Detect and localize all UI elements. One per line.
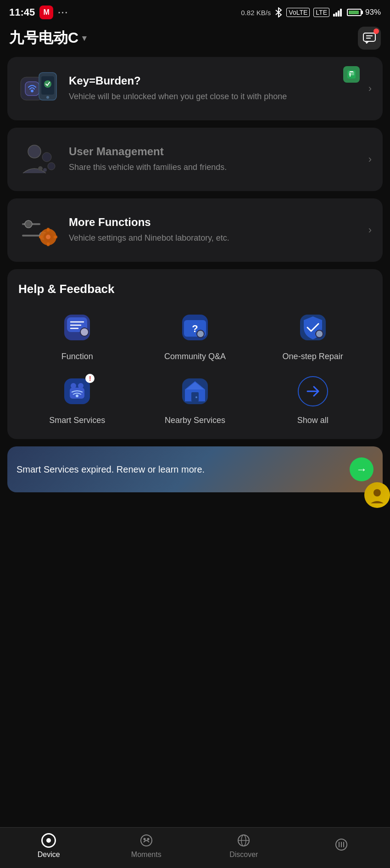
nav-discover[interactable]: Discover — [225, 833, 262, 859]
app-logo: M — [39, 6, 53, 19]
function-label: Function — [61, 351, 93, 362]
svg-point-22 — [38, 166, 43, 171]
svg-point-11 — [31, 90, 33, 92]
svg-rect-3 — [335, 12, 337, 17]
main-content: Key=Burden? Vehicle will be unlocked whe… — [0, 57, 390, 547]
header-title-container[interactable]: 九号电动C ▾ — [9, 28, 86, 48]
help-grid: Function ? Community Q&A — [18, 309, 372, 426]
svg-point-21 — [48, 163, 55, 170]
svg-point-54 — [76, 395, 78, 397]
moments-nav-label: Moments — [131, 851, 162, 859]
svg-rect-2 — [333, 14, 335, 17]
svg-point-30 — [46, 235, 50, 239]
discover-nav-icon — [236, 833, 251, 848]
key-burden-desc: Vehicle will be unlocked when you get cl… — [69, 91, 359, 102]
more-functions-text: More Functions Vehicle settings and Nine… — [69, 216, 359, 244]
more-functions-icon — [18, 209, 60, 251]
device-nav-label: Device — [38, 851, 60, 859]
show-all-label: Show all — [297, 415, 329, 426]
help-feedback-section: Help & Feedback — [7, 269, 383, 439]
status-left: 11:45 M ··· — [9, 6, 68, 19]
key-burden-text: Key=Burden? Vehicle will be unlocked whe… — [69, 74, 359, 102]
svg-point-53 — [78, 383, 84, 389]
bluetooth-icon — [274, 7, 283, 17]
moments-nav-icon — [139, 833, 154, 848]
one-step-repair-item[interactable]: One-step Repair — [254, 309, 372, 362]
show-all-item[interactable]: Show all — [254, 373, 372, 426]
lte-icon: LTE — [313, 8, 329, 17]
community-qa-icon-container: ? — [177, 309, 213, 346]
more-functions-desc: Vehicle settings and Ninebot laboratory,… — [69, 232, 359, 244]
status-right: 0.82 KB/s VoLTE LTE 93% — [241, 7, 381, 17]
title-dropdown-arrow[interactable]: ▾ — [82, 33, 86, 43]
discover-nav-label: Discover — [229, 851, 258, 859]
user-management-text: User Management Share this vehicle with … — [69, 145, 359, 173]
svg-rect-18 — [350, 71, 353, 72]
show-all-icon-container — [295, 373, 331, 410]
svg-point-61 — [373, 489, 381, 496]
svg-point-23 — [43, 168, 47, 172]
key-icon — [18, 68, 60, 109]
svg-point-46 — [197, 331, 204, 337]
user-management-icon — [18, 139, 60, 180]
svg-rect-10 — [25, 82, 39, 96]
user-management-chevron: › — [368, 153, 372, 165]
svg-rect-57 — [191, 392, 199, 401]
smart-services-banner[interactable]: Smart Services expired. Renew or learn m… — [7, 446, 383, 492]
svg-point-20 — [42, 152, 51, 162]
nav-moments[interactable]: Moments — [128, 833, 165, 859]
function-item[interactable]: Function — [18, 309, 136, 362]
banner-action-button[interactable]: → — [350, 457, 373, 481]
one-step-repair-label: One-step Repair — [283, 351, 343, 362]
status-dots: ··· — [58, 7, 68, 18]
device-nav-icon — [41, 833, 56, 848]
nav-device[interactable]: Device — [30, 833, 67, 859]
header: 九号电动C ▾ — [0, 23, 390, 57]
user-management-card[interactable]: User Management Share this vehicle with … — [7, 128, 383, 191]
svg-rect-5 — [340, 9, 342, 17]
user-management-title: User Management — [69, 145, 359, 158]
floating-avatar[interactable] — [364, 482, 390, 508]
more-functions-chevron: › — [368, 224, 372, 236]
svg-point-64 — [147, 838, 149, 840]
banner-text: Smart Services expired. Renew or learn m… — [17, 463, 342, 476]
key-burden-title: Key=Burden? — [69, 74, 359, 87]
more-nav-icon — [334, 837, 349, 852]
banner-arrow-icon: → — [356, 463, 367, 476]
battery-icon — [347, 9, 362, 16]
volte-icon: VoLTE — [286, 8, 310, 17]
more-functions-title: More Functions — [69, 216, 359, 229]
function-icon-container — [59, 309, 95, 346]
network-speed: 0.82 KB/s — [241, 9, 271, 17]
nearby-services-icon-container — [177, 373, 213, 410]
svg-rect-34 — [54, 236, 57, 238]
svg-rect-6 — [363, 33, 375, 41]
key-burden-chevron: › — [368, 83, 372, 95]
help-feedback-title: Help & Feedback — [18, 282, 372, 296]
nav-more[interactable] — [323, 837, 360, 855]
key-burden-badge — [343, 66, 360, 83]
nearby-services-item[interactable]: Nearby Services — [136, 373, 254, 426]
chat-icon — [363, 33, 376, 44]
svg-rect-4 — [338, 11, 340, 17]
svg-rect-31 — [47, 228, 50, 231]
svg-rect-33 — [39, 236, 43, 238]
svg-point-25 — [25, 220, 32, 228]
key-burden-card[interactable]: Key=Burden? Vehicle will be unlocked whe… — [7, 57, 383, 120]
one-step-repair-icon-container — [295, 309, 331, 346]
svg-rect-17 — [350, 73, 351, 77]
chat-button[interactable] — [358, 27, 381, 50]
time-display: 11:45 — [9, 6, 35, 18]
svg-point-63 — [143, 838, 145, 840]
smart-services-icon-container: ! — [59, 373, 95, 410]
chat-badge — [373, 28, 379, 34]
smart-services-label: Smart Services — [49, 415, 105, 426]
battery-percent: 93% — [365, 8, 381, 17]
community-qa-item[interactable]: ? Community Q&A — [136, 309, 254, 362]
smart-services-item[interactable]: ! Smart Services — [18, 373, 136, 426]
svg-point-14 — [46, 96, 49, 99]
more-functions-card[interactable]: More Functions Vehicle settings and Nine… — [7, 198, 383, 262]
svg-point-52 — [71, 383, 76, 389]
signal-icon — [333, 8, 343, 17]
svg-point-41 — [81, 328, 88, 336]
